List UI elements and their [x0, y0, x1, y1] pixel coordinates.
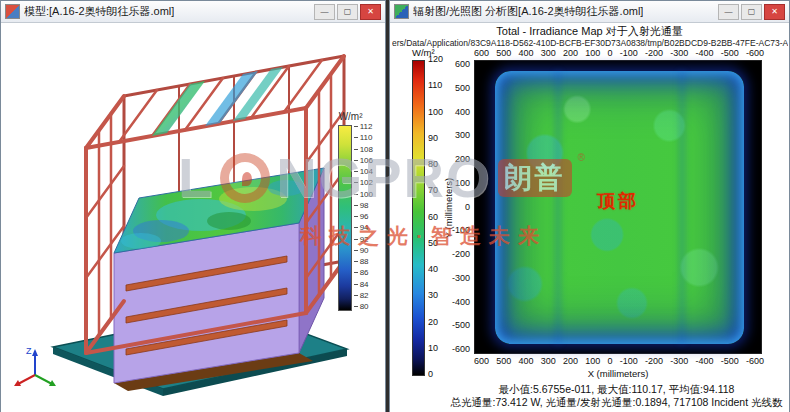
- irradiance-app-icon: [394, 4, 409, 19]
- model-window: 模型:[A.16-2奥特朗往乐器.oml] — ▢ ✕: [0, 0, 386, 412]
- x-tick-label: -600: [746, 48, 764, 58]
- model-window-titlebar[interactable]: 模型:[A.16-2奥特朗往乐器.oml] — ▢ ✕: [1, 1, 385, 23]
- x-tick-label: -300: [670, 356, 688, 366]
- maximize-button[interactable]: ▢: [741, 4, 762, 20]
- colorbar-tick-labels: 1201101009080706050403020100: [428, 55, 443, 379]
- y-tick-label: -200: [452, 250, 470, 259]
- x-tick-label: 0: [608, 48, 613, 58]
- irradiance-map-content: Total - Irradiance Map 对于入射光通量 ers/Data/…: [390, 23, 789, 412]
- irradiance-dark-band: [679, 71, 685, 344]
- x-tick-label: -200: [645, 356, 663, 366]
- y-tick-label: -500: [452, 321, 470, 330]
- colorbar-tick-label: 50: [428, 239, 443, 248]
- y-tick-label: -600: [452, 345, 470, 354]
- x-tick-label: 600: [474, 48, 489, 58]
- legend-tick-label: 100: [354, 191, 373, 199]
- y-tick-label: 600: [455, 60, 470, 69]
- legend-tick-label: 86: [354, 269, 373, 277]
- legend-tick-label: 98: [354, 202, 373, 210]
- irradiance-window-title: 辐射图/光照图 分析图[A.16-2奥特朗往乐器.oml]: [413, 4, 643, 19]
- x-tick-label: 300: [541, 356, 556, 366]
- x-tick-label: 400: [519, 48, 534, 58]
- z-axis-label: Z: [26, 346, 32, 356]
- legend-tick-label: 108: [354, 146, 373, 154]
- 3d-viewport[interactable]: Z W/m² 112110108106104102100989694929088…: [1, 23, 385, 412]
- x-tick-label: -100: [620, 356, 638, 366]
- legend-tick-label: 84: [354, 281, 373, 289]
- model-app-icon: [5, 4, 20, 19]
- y-tick-label: 500: [455, 84, 470, 93]
- y-axis-ticks: 6005004003002001000-100-200-300-400-500-…: [448, 60, 470, 354]
- colorbar-tick-label: 10: [428, 344, 443, 353]
- y-tick-label: -400: [452, 298, 470, 307]
- x-tick-label: 200: [563, 356, 578, 366]
- colorbar-tick-label: 0: [428, 370, 443, 379]
- x-tick-label: 100: [585, 356, 600, 366]
- x-tick-label: -400: [695, 48, 713, 58]
- minimize-button[interactable]: —: [314, 4, 335, 20]
- stats-line-1: 最小值:5.6755e-011, 最大值:110.17, 平均值:94.118: [446, 383, 787, 397]
- close-button[interactable]: ✕: [360, 4, 381, 20]
- irradiance-window-titlebar[interactable]: 辐射图/光照图 分析图[A.16-2奥特朗往乐器.oml] — ▢ ✕: [390, 1, 789, 23]
- colorbar-tick-label: 100: [428, 108, 443, 117]
- colorbar-tick-label: 60: [428, 213, 443, 222]
- x-tick-label: 0: [608, 356, 613, 366]
- colorbar-tick-label: 110: [428, 81, 443, 90]
- legend-tick-label: 102: [354, 179, 373, 187]
- legend-tick-label: 94: [354, 224, 373, 232]
- legend-tick-label: 92: [354, 236, 373, 244]
- colorbar: [412, 60, 425, 376]
- y-tick-label: 300: [455, 131, 470, 140]
- x-tick-label: 500: [496, 48, 511, 58]
- x-axis-ticks-top: 6005004003002001000-100-200-300-400-500-…: [474, 48, 764, 58]
- model-window-title: 模型:[A.16-2奥特朗往乐器.oml]: [24, 4, 174, 19]
- colorbar-tick-label: 30: [428, 291, 443, 300]
- x-tick-label: -100: [620, 48, 638, 58]
- y-tick-label: 0: [465, 203, 470, 212]
- legend-tick-label: 106: [354, 157, 373, 165]
- x-tick-label: -200: [645, 48, 663, 58]
- x-tick-label: -500: [721, 48, 739, 58]
- x-tick-label: 100: [585, 48, 600, 58]
- legend-tick-labels: 1121101081061041021009896949290888684828…: [354, 123, 373, 311]
- colorbar-tick-label: 120: [428, 55, 443, 64]
- x-tick-label: 200: [563, 48, 578, 58]
- colorbar-tick-label: 40: [428, 265, 443, 274]
- legend-tick-label: 82: [354, 292, 373, 300]
- y-tick-label: 100: [455, 179, 470, 188]
- chart-title: Total - Irradiance Map 对于入射光通量: [390, 24, 789, 39]
- irradiance-map-window: 辐射图/光照图 分析图[A.16-2奥特朗往乐器.oml] — ▢ ✕ Tota…: [389, 0, 790, 412]
- y-tick-label: 200: [455, 155, 470, 164]
- close-button[interactable]: ✕: [764, 4, 785, 20]
- legend-tick-label: 80: [354, 303, 373, 311]
- data-file-path: ers/Data/Application/83C9A118-D562-410D-…: [392, 38, 788, 48]
- desktop: { "chrome": { "minimize": "—", "maximize…: [0, 0, 790, 412]
- legend-tick-label: 96: [354, 213, 373, 221]
- stats-line-2: 总光通量:73.412 W, 光通量/发射光通量:0.1894, 717108 …: [446, 396, 787, 410]
- x-tick-label: 300: [541, 48, 556, 58]
- colorbar-tick-label: 90: [428, 134, 443, 143]
- x-tick-label: -500: [721, 356, 739, 366]
- y-tick-label: -100: [452, 226, 470, 235]
- map-annotation: 顶部: [597, 189, 639, 213]
- irradiance-map-plot[interactable]: 顶部: [474, 60, 762, 354]
- irradiance-legend: W/m² 11211010810610410210098969492908886…: [338, 111, 373, 311]
- legend-tick-label: 88: [354, 258, 373, 266]
- x-tick-label: -400: [695, 356, 713, 366]
- colorbar-tick-label: 20: [428, 318, 443, 327]
- legend-tick-label: 110: [354, 134, 373, 142]
- minimize-button[interactable]: —: [718, 4, 739, 20]
- x-tick-label: 400: [519, 356, 534, 366]
- x-tick-label: 500: [496, 356, 511, 366]
- irradiance-dark-band: [555, 71, 561, 344]
- legend-tick-label: 112: [354, 123, 373, 131]
- legend-tick-label: 104: [354, 168, 373, 176]
- y-tick-label: -300: [452, 274, 470, 283]
- colorbar-tick-label: 80: [428, 160, 443, 169]
- y-tick-label: 400: [455, 108, 470, 117]
- x-tick-label: 600: [474, 356, 489, 366]
- maximize-button[interactable]: ▢: [337, 4, 358, 20]
- x-axis-label: X (millimeters): [474, 368, 762, 379]
- x-tick-label: -300: [670, 48, 688, 58]
- colorbar-tick-label: 70: [428, 186, 443, 195]
